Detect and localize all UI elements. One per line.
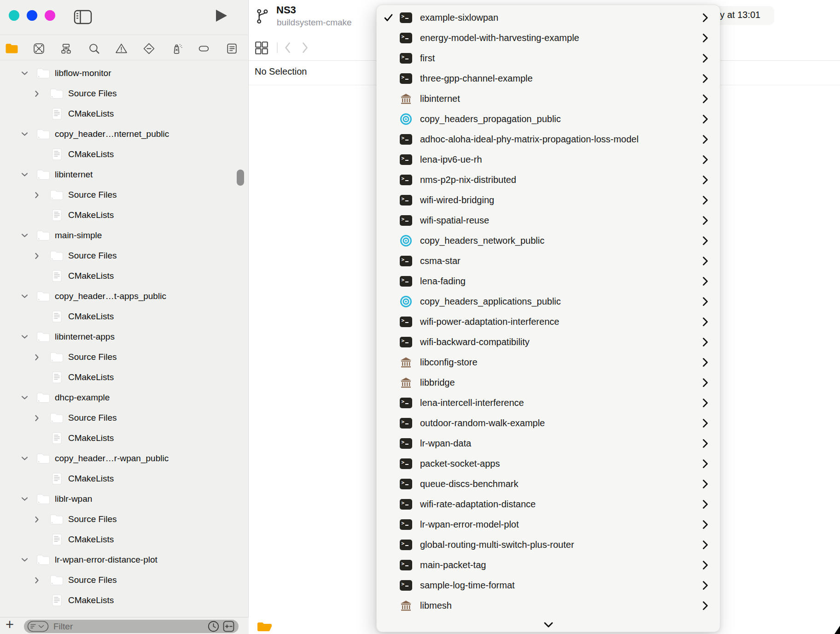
disclosure-chevron-icon[interactable] (21, 172, 33, 177)
tree-row[interactable]: Source Files (0, 570, 249, 590)
tree-row[interactable]: Source Files (0, 185, 249, 205)
disclosure-chevron-icon[interactable] (21, 558, 33, 562)
tree-row[interactable]: CMakeLists (0, 367, 249, 387)
tree-row[interactable]: copy_header…r-wpan_public (0, 448, 249, 469)
scheme-menu-item[interactable]: > three-gpp-channel-example (377, 68, 720, 88)
tree-row[interactable]: dhcp-example (0, 387, 249, 408)
scheme-menu-item[interactable]: > lr-wpan-data (377, 433, 720, 453)
scheme-menu-item[interactable]: > nms-p2p-nix-distributed (377, 170, 720, 190)
scheme-menu-item[interactable]: > lena-fading (377, 271, 720, 291)
tree-row[interactable]: libflow-monitor (0, 63, 249, 83)
back-chevron-icon[interactable] (284, 42, 291, 55)
scheme-menu-item[interactable]: libinternet (377, 88, 720, 109)
minimize-window-button[interactable] (27, 10, 37, 21)
scheme-menu-item[interactable]: libmesh (377, 595, 720, 616)
tree-row[interactable]: CMakeLists (0, 306, 249, 327)
tree-row[interactable]: CMakeLists (0, 104, 249, 124)
recents-clock-icon[interactable] (207, 620, 220, 633)
disclosure-chevron-icon[interactable] (21, 456, 33, 461)
tree-row[interactable]: CMakeLists (0, 529, 249, 550)
disclosure-chevron-icon[interactable] (35, 192, 47, 199)
scheme-menu-item[interactable]: copy_headers_network_public (377, 230, 720, 251)
scheme-menu-item[interactable]: > wifi-wired-bridging (377, 190, 720, 210)
symbol-navigator-tab[interactable] (59, 42, 73, 55)
disclosure-chevron-icon[interactable] (21, 335, 33, 339)
disclosure-chevron-icon[interactable] (21, 132, 33, 136)
scheme-menu-item[interactable]: > first (377, 48, 720, 68)
disclosure-chevron-icon[interactable] (21, 294, 33, 299)
path-bar-folder-icon[interactable] (257, 622, 273, 633)
tree-row[interactable]: libinternet (0, 164, 249, 185)
scheme-menu-item[interactable]: > outdoor-random-walk-example (377, 413, 720, 433)
issue-navigator-tab[interactable] (114, 42, 128, 55)
tree-row[interactable]: liblr-wpan (0, 489, 249, 509)
scheme-menu-item[interactable]: > queue-discs-benchmark (377, 474, 720, 494)
scheme-subtitle[interactable]: buildsystem-cmake (277, 18, 352, 28)
scheme-menu-item[interactable]: > csma-star (377, 251, 720, 271)
tree-row[interactable]: Source Files (0, 408, 249, 428)
add-button[interactable]: + (6, 616, 14, 633)
scheme-menu-item[interactable]: libbridge (377, 372, 720, 393)
tree-row[interactable]: Source Files (0, 83, 249, 104)
disclosure-chevron-icon[interactable] (35, 577, 47, 584)
scheme-title[interactable]: NS3 (276, 4, 296, 16)
close-window-button[interactable] (9, 10, 19, 21)
zoom-window-button[interactable] (45, 10, 55, 21)
tree-row[interactable]: CMakeLists (0, 590, 249, 611)
menu-scroll-down-icon[interactable] (377, 622, 720, 628)
report-navigator-tab[interactable] (225, 42, 239, 55)
editor-grid-icon[interactable] (254, 41, 269, 57)
disclosure-chevron-icon[interactable] (21, 497, 33, 501)
test-navigator-tab[interactable] (142, 42, 156, 55)
disclosure-chevron-icon[interactable] (21, 71, 33, 76)
scheme-menu-item[interactable]: > wifi-backward-compatibility (377, 332, 720, 352)
scheme-menu-item[interactable]: > lena-ipv6-ue-rh (377, 149, 720, 170)
disclosure-chevron-icon[interactable] (21, 233, 33, 238)
scheme-menu-item[interactable]: libconfig-store (377, 352, 720, 372)
scheme-menu-item[interactable]: > lr-wpan-error-model-plot (377, 514, 720, 534)
find-navigator-tab[interactable] (87, 42, 101, 55)
tree-row[interactable]: CMakeLists (0, 428, 249, 448)
scheme-menu-item[interactable]: > wifi-rate-adaptation-distance (377, 494, 720, 514)
disclosure-chevron-icon[interactable] (35, 354, 47, 361)
scheme-menu-item[interactable]: > wifi-power-adaptation-interference (377, 311, 720, 332)
tree-row[interactable]: copy_header…t-apps_public (0, 286, 249, 306)
scheme-menu-item[interactable]: > sample-log-time-format (377, 575, 720, 595)
scheme-menu-item[interactable]: copy_headers_applications_public (377, 291, 720, 311)
add-filter-box-icon[interactable] (222, 620, 235, 633)
tree-row[interactable]: CMakeLists (0, 144, 249, 164)
sidebar-scrollbar-thumb[interactable] (237, 170, 244, 186)
disclosure-chevron-icon[interactable] (35, 90, 47, 97)
sidebar-toggle-icon[interactable] (74, 10, 92, 24)
disclosure-chevron-icon[interactable] (35, 516, 47, 523)
debug-navigator-tab[interactable] (169, 42, 183, 55)
tree-row[interactable]: CMakeLists (0, 469, 249, 489)
tree-row[interactable]: Source Files (0, 347, 249, 367)
tree-row[interactable]: lr-wpan-error-distance-plot (0, 550, 249, 570)
tree-row[interactable]: CMakeLists (0, 205, 249, 225)
scheme-menu-item[interactable]: > lena-intercell-interference (377, 393, 720, 413)
disclosure-chevron-icon[interactable] (21, 395, 33, 400)
tree-row[interactable]: CMakeLists (0, 266, 249, 286)
tree-row[interactable]: Source Files (0, 246, 249, 266)
scheme-menu-item[interactable]: > global-routing-multi-switch-plus-route… (377, 534, 720, 555)
tree-row[interactable]: libinternet-apps (0, 327, 249, 347)
scheme-menu-item[interactable]: > packet-socket-apps (377, 453, 720, 474)
forward-chevron-icon[interactable] (302, 42, 309, 55)
scheme-menu-item[interactable]: > main-packet-tag (377, 555, 720, 575)
filter-field[interactable]: Filter (24, 620, 239, 633)
scheme-menu-item[interactable]: > wifi-spatial-reuse (377, 210, 720, 230)
scheme-menu-item[interactable]: copy_headers_propagation_public (377, 109, 720, 129)
scheme-menu-item[interactable]: > energy-model-with-harvesting-example (377, 28, 720, 48)
disclosure-chevron-icon[interactable] (35, 415, 47, 422)
source-control-navigator-tab[interactable] (32, 42, 46, 55)
project-navigator-tab[interactable] (5, 42, 18, 55)
tree-row[interactable]: main-simple (0, 225, 249, 246)
scheme-menu-item[interactable]: > example-sixlowpan (377, 7, 720, 28)
breakpoint-navigator-tab[interactable] (197, 42, 211, 55)
tree-row[interactable]: copy_header…nternet_public (0, 124, 249, 144)
disclosure-chevron-icon[interactable] (35, 252, 47, 259)
scheme-menu-item[interactable]: > adhoc-aloha-ideal-phy-matrix-propagati… (377, 129, 720, 149)
tree-row[interactable]: Source Files (0, 509, 249, 529)
run-button[interactable] (216, 10, 227, 22)
